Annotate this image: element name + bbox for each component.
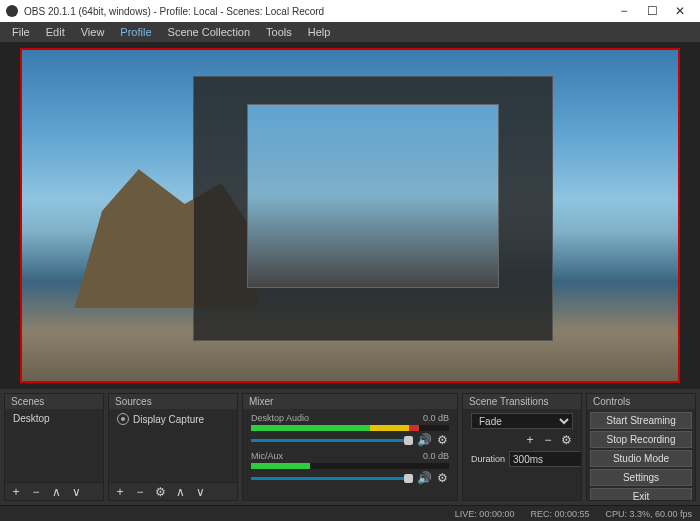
remove-scene-button[interactable]: − (29, 485, 43, 499)
transition-settings-button[interactable]: ⚙ (559, 433, 573, 447)
scene-up-button[interactable]: ∧ (49, 485, 63, 499)
vu-meter (251, 463, 449, 469)
menu-view[interactable]: View (73, 26, 113, 38)
status-rec: REC: 00:00:55 (530, 509, 589, 519)
menu-file[interactable]: File (4, 26, 38, 38)
add-source-button[interactable]: + (113, 485, 127, 499)
exit-button[interactable]: Exit (590, 488, 692, 500)
menu-edit[interactable]: Edit (38, 26, 73, 38)
controls-panel: Controls Start Streaming Stop Recording … (586, 393, 696, 501)
maximize-button[interactable]: ☐ (638, 4, 666, 18)
window-title: OBS 20.1.1 (64bit, windows) - Profile: L… (24, 6, 324, 17)
preview-area (0, 42, 700, 389)
duration-input[interactable] (509, 451, 581, 467)
menu-bar: File Edit View Profile Scene Collection … (0, 22, 700, 42)
mixer-header: Mixer (243, 394, 457, 409)
add-transition-button[interactable]: + (523, 433, 537, 447)
menu-tools[interactable]: Tools (258, 26, 300, 38)
menu-scene-collection[interactable]: Scene Collection (160, 26, 259, 38)
recursive-preview-inner (247, 104, 498, 288)
studio-mode-button[interactable]: Studio Mode (590, 450, 692, 467)
source-settings-button[interactable]: ⚙ (153, 485, 167, 499)
sources-header: Sources (109, 394, 237, 409)
preview-canvas[interactable] (20, 48, 680, 383)
speaker-icon[interactable]: 🔊 (417, 433, 431, 447)
speaker-icon[interactable]: 🔊 (417, 471, 431, 485)
stop-recording-button[interactable]: Stop Recording (590, 431, 692, 448)
volume-slider[interactable] (251, 439, 413, 442)
remove-transition-button[interactable]: − (541, 433, 555, 447)
status-bar: LIVE: 00:00:00 REC: 00:00:55 CPU: 3.3%, … (0, 505, 700, 521)
scene-down-button[interactable]: ∨ (69, 485, 83, 499)
menu-profile[interactable]: Profile (112, 26, 159, 38)
start-streaming-button[interactable]: Start Streaming (590, 412, 692, 429)
scenes-header: Scenes (5, 394, 103, 409)
vu-meter (251, 425, 449, 431)
transition-select[interactable]: Fade (471, 413, 573, 429)
minimize-button[interactable]: − (610, 4, 638, 18)
menu-help[interactable]: Help (300, 26, 339, 38)
scene-item[interactable]: Desktop (7, 411, 101, 426)
source-item[interactable]: Display Capture (111, 411, 235, 427)
docked-panels: Scenes Desktop + − ∧ ∨ Sources Display C… (0, 389, 700, 505)
channel-name: Desktop Audio (251, 413, 309, 423)
channel-settings-button[interactable]: ⚙ (435, 471, 449, 485)
controls-header: Controls (587, 394, 695, 409)
source-up-button[interactable]: ∧ (173, 485, 187, 499)
status-live: LIVE: 00:00:00 (455, 509, 515, 519)
sources-panel: Sources Display Capture + − ⚙ ∧ ∨ (108, 393, 238, 501)
channel-name: Mic/Aux (251, 451, 283, 461)
mixer-panel: Mixer Desktop Audio 0.0 dB 🔊 ⚙ (242, 393, 458, 501)
scene-label: Desktop (13, 413, 50, 424)
close-button[interactable]: ✕ (666, 4, 694, 18)
source-down-button[interactable]: ∨ (193, 485, 207, 499)
channel-settings-button[interactable]: ⚙ (435, 433, 449, 447)
add-scene-button[interactable]: + (9, 485, 23, 499)
app-icon (6, 5, 18, 17)
transitions-panel: Scene Transitions Fade + − ⚙ Duration (462, 393, 582, 501)
mixer-channel-desktop: Desktop Audio 0.0 dB 🔊 ⚙ (245, 411, 455, 449)
transitions-header: Scene Transitions (463, 394, 581, 409)
mixer-channel-mic: Mic/Aux 0.0 dB 🔊 ⚙ (245, 449, 455, 487)
recursive-preview (193, 76, 554, 341)
channel-db: 0.0 dB (423, 451, 449, 461)
visibility-icon[interactable] (117, 413, 129, 425)
channel-db: 0.0 dB (423, 413, 449, 423)
remove-source-button[interactable]: − (133, 485, 147, 499)
window-titlebar: OBS 20.1.1 (64bit, windows) - Profile: L… (0, 0, 700, 22)
status-cpu: CPU: 3.3%, 60.00 fps (605, 509, 692, 519)
duration-label: Duration (471, 454, 505, 464)
volume-slider[interactable] (251, 477, 413, 480)
scenes-panel: Scenes Desktop + − ∧ ∨ (4, 393, 104, 501)
source-label: Display Capture (133, 414, 204, 425)
settings-button[interactable]: Settings (590, 469, 692, 486)
